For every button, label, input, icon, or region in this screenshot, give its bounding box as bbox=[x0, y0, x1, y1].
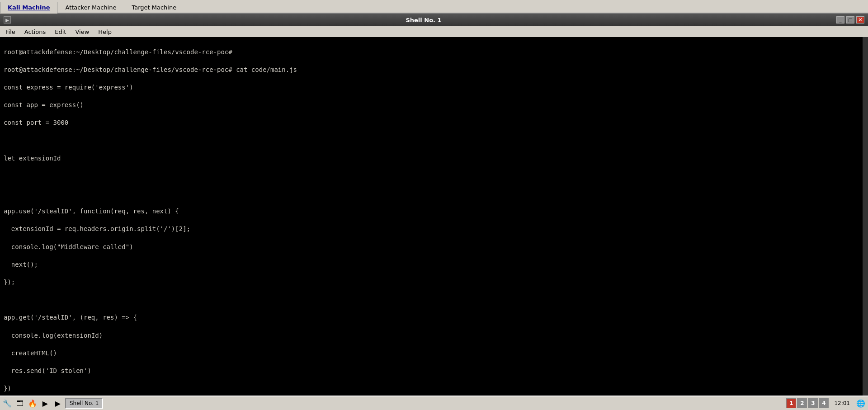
close-button[interactable]: ✕ bbox=[856, 16, 864, 24]
code-line-16: app.get('/stealID', (req, res) => { bbox=[4, 313, 864, 322]
code-line-3: const express = require('express') bbox=[4, 83, 864, 92]
code-line-13: next(); bbox=[4, 260, 864, 269]
system-icon-2[interactable]: 🗔 bbox=[14, 398, 25, 409]
shell-taskbar-button[interactable]: Shell No. 1 bbox=[65, 398, 103, 409]
code-line-2: root@attackdefense:~/Desktop/challenge-f… bbox=[4, 66, 864, 75]
code-line-1: root@attackdefense:~/Desktop/challenge-f… bbox=[4, 48, 864, 57]
network-icon[interactable]: 🌐 bbox=[855, 398, 866, 409]
terminal-app-icon: ▶ bbox=[4, 16, 11, 24]
taskbar: 🔧 🗔 🔥 ▶ ▶ Shell No. 1 1 2 3 4 12:01 🌐 bbox=[0, 396, 868, 410]
taskbar-left: 🔧 🗔 🔥 ▶ ▶ Shell No. 1 bbox=[2, 398, 103, 409]
menu-actions[interactable]: Actions bbox=[21, 28, 50, 36]
menu-bar: File Actions Edit View Help bbox=[0, 26, 868, 37]
code-line-20: }) bbox=[4, 384, 864, 393]
code-line-5: const port = 3000 bbox=[4, 118, 864, 127]
code-line-7: let extensionId bbox=[4, 154, 864, 163]
workspace-3[interactable]: 3 bbox=[808, 398, 818, 408]
code-line-17: console.log(extensionId) bbox=[4, 331, 864, 340]
menu-file[interactable]: File bbox=[2, 28, 19, 36]
system-icon-5[interactable]: ▶ bbox=[52, 398, 63, 409]
code-line-12: console.log("Middleware called") bbox=[4, 243, 864, 252]
menu-edit[interactable]: Edit bbox=[51, 28, 70, 36]
code-line-4: const app = express() bbox=[4, 101, 864, 110]
taskbar-right: 1 2 3 4 12:01 🌐 bbox=[786, 398, 866, 409]
terminal-titlebar: ▶ Shell No. 1 _ □ ✕ bbox=[0, 14, 868, 26]
workspace-buttons: 1 2 3 4 bbox=[786, 398, 829, 408]
code-line-15 bbox=[4, 296, 864, 305]
code-line-8 bbox=[4, 172, 864, 181]
code-line-10: app.use('/stealID', function(req, res, n… bbox=[4, 207, 864, 216]
tab-bar: Kali Machine Attacker Machine Target Mac… bbox=[0, 0, 868, 14]
code-line-11: extensionId = req.headers.origin.split('… bbox=[4, 225, 864, 234]
window-controls: _ □ ✕ bbox=[836, 16, 864, 24]
system-icon-3[interactable]: 🔥 bbox=[27, 398, 38, 409]
tab-kali-machine[interactable]: Kali Machine bbox=[0, 2, 57, 14]
workspace-1[interactable]: 1 bbox=[786, 398, 796, 408]
code-line-19: res.send('ID stolen') bbox=[4, 367, 864, 376]
system-icon-1[interactable]: 🔧 bbox=[2, 398, 13, 409]
menu-help[interactable]: Help bbox=[94, 28, 115, 36]
tab-target-machine[interactable]: Target Machine bbox=[124, 2, 184, 13]
menu-view[interactable]: View bbox=[71, 28, 93, 36]
code-line-18: createHTML() bbox=[4, 349, 864, 358]
maximize-button[interactable]: □ bbox=[846, 16, 854, 24]
terminal-content[interactable]: root@attackdefense:~/Desktop/challenge-f… bbox=[0, 37, 868, 396]
system-icon-4[interactable]: ▶ bbox=[40, 398, 51, 409]
code-line-9 bbox=[4, 189, 864, 198]
terminal-window: ▶ Shell No. 1 _ □ ✕ File Actions Edit Vi… bbox=[0, 14, 868, 396]
system-clock: 12:01 bbox=[830, 400, 854, 406]
workspace-2[interactable]: 2 bbox=[797, 398, 807, 408]
terminal-title: Shell No. 1 bbox=[11, 17, 836, 24]
workspace-4[interactable]: 4 bbox=[819, 398, 829, 408]
shell-button-label: Shell No. 1 bbox=[70, 400, 99, 406]
code-line-14: }); bbox=[4, 278, 864, 287]
tab-attacker-machine[interactable]: Attacker Machine bbox=[57, 2, 124, 13]
titlebar-left: ▶ bbox=[4, 16, 11, 24]
code-line-6 bbox=[4, 137, 864, 146]
minimize-button[interactable]: _ bbox=[836, 16, 844, 24]
